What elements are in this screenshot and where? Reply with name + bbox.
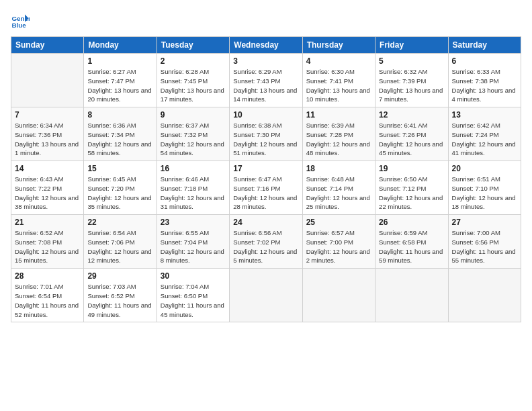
calendar-cell: 23Sunrise: 6:55 AMSunset: 7:04 PMDayligh… (157, 215, 229, 269)
day-info: Sunrise: 6:56 AMSunset: 7:02 PMDaylight:… (233, 228, 298, 265)
calendar-week-row: 21Sunrise: 6:52 AMSunset: 7:08 PMDayligh… (11, 215, 521, 269)
weekday-header: Friday (375, 37, 448, 54)
day-number: 1 (87, 56, 152, 66)
day-number: 27 (452, 218, 517, 227)
day-number: 23 (161, 218, 226, 227)
calendar-cell: 28Sunrise: 7:01 AMSunset: 6:54 PMDayligh… (11, 269, 84, 322)
calendar-cell: 25Sunrise: 6:57 AMSunset: 7:00 PMDayligh… (302, 215, 375, 269)
calendar-cell: 26Sunrise: 6:59 AMSunset: 6:58 PMDayligh… (375, 215, 448, 269)
calendar-cell: 3Sunrise: 6:29 AMSunset: 7:43 PMDaylight… (230, 54, 302, 107)
calendar-cell: 12Sunrise: 6:41 AMSunset: 7:26 PMDayligh… (375, 107, 448, 161)
day-info: Sunrise: 6:37 AMSunset: 7:32 PMDaylight:… (161, 121, 226, 158)
day-info: Sunrise: 7:01 AMSunset: 6:54 PMDaylight:… (15, 282, 80, 319)
day-info: Sunrise: 6:48 AMSunset: 7:14 PMDaylight:… (306, 175, 371, 212)
day-number: 13 (452, 110, 517, 120)
day-info: Sunrise: 6:50 AMSunset: 7:12 PMDaylight:… (379, 175, 444, 212)
logo: General Blue (11, 11, 32, 30)
day-number: 15 (87, 164, 152, 173)
day-info: Sunrise: 6:30 AMSunset: 7:41 PMDaylight:… (306, 67, 371, 104)
weekday-header: Tuesday (157, 37, 229, 54)
calendar-cell: 19Sunrise: 6:50 AMSunset: 7:12 PMDayligh… (375, 161, 448, 215)
weekday-header: Saturday (448, 37, 521, 54)
day-info: Sunrise: 6:34 AMSunset: 7:36 PMDaylight:… (15, 121, 80, 158)
day-info: Sunrise: 6:27 AMSunset: 7:47 PMDaylight:… (87, 67, 152, 104)
day-number: 21 (15, 218, 80, 227)
day-info: Sunrise: 6:36 AMSunset: 7:34 PMDaylight:… (87, 121, 152, 158)
day-number: 30 (161, 271, 226, 281)
day-info: Sunrise: 6:29 AMSunset: 7:43 PMDaylight:… (233, 67, 298, 104)
day-number: 9 (161, 110, 226, 120)
calendar-week-row: 7Sunrise: 6:34 AMSunset: 7:36 PMDaylight… (11, 107, 521, 161)
calendar-cell (375, 269, 448, 322)
day-number: 8 (87, 110, 152, 120)
day-info: Sunrise: 6:39 AMSunset: 7:28 PMDaylight:… (306, 121, 371, 158)
calendar-cell: 8Sunrise: 6:36 AMSunset: 7:34 PMDaylight… (84, 107, 157, 161)
day-number: 4 (306, 56, 371, 66)
day-info: Sunrise: 6:47 AMSunset: 7:16 PMDaylight:… (233, 175, 298, 212)
calendar-cell: 10Sunrise: 6:38 AMSunset: 7:30 PMDayligh… (230, 107, 302, 161)
day-number: 16 (161, 164, 226, 173)
day-info: Sunrise: 6:43 AMSunset: 7:22 PMDaylight:… (15, 175, 80, 212)
day-number: 22 (87, 218, 152, 227)
calendar-cell: 2Sunrise: 6:28 AMSunset: 7:45 PMDaylight… (157, 54, 229, 107)
day-number: 25 (306, 218, 371, 227)
weekday-header: Wednesday (230, 37, 302, 54)
day-info: Sunrise: 6:33 AMSunset: 7:38 PMDaylight:… (452, 67, 517, 104)
header: General Blue (11, 11, 521, 30)
weekday-header: Sunday (11, 37, 84, 54)
calendar-table: SundayMondayTuesdayWednesdayThursdayFrid… (11, 36, 521, 322)
day-info: Sunrise: 6:38 AMSunset: 7:30 PMDaylight:… (233, 121, 298, 158)
day-number: 5 (379, 56, 444, 66)
calendar-cell: 1Sunrise: 6:27 AMSunset: 7:47 PMDaylight… (84, 54, 157, 107)
day-info: Sunrise: 6:45 AMSunset: 7:20 PMDaylight:… (87, 175, 152, 212)
calendar-cell: 9Sunrise: 6:37 AMSunset: 7:32 PMDaylight… (157, 107, 229, 161)
day-info: Sunrise: 7:00 AMSunset: 6:56 PMDaylight:… (452, 228, 517, 265)
day-number: 11 (306, 110, 371, 120)
day-info: Sunrise: 6:42 AMSunset: 7:24 PMDaylight:… (452, 121, 517, 158)
weekday-header: Monday (84, 37, 157, 54)
calendar-cell: 13Sunrise: 6:42 AMSunset: 7:24 PMDayligh… (448, 107, 521, 161)
day-number: 28 (15, 271, 80, 281)
day-info: Sunrise: 7:03 AMSunset: 6:52 PMDaylight:… (87, 282, 152, 319)
calendar-cell: 24Sunrise: 6:56 AMSunset: 7:02 PMDayligh… (230, 215, 302, 269)
calendar-cell (302, 269, 375, 322)
day-number: 29 (87, 271, 152, 281)
day-info: Sunrise: 6:28 AMSunset: 7:45 PMDaylight:… (161, 67, 226, 104)
weekday-header: Thursday (302, 37, 375, 54)
day-info: Sunrise: 6:55 AMSunset: 7:04 PMDaylight:… (161, 228, 226, 265)
day-info: Sunrise: 6:41 AMSunset: 7:26 PMDaylight:… (379, 121, 444, 158)
calendar-cell: 5Sunrise: 6:32 AMSunset: 7:39 PMDaylight… (375, 54, 448, 107)
day-number: 26 (379, 218, 444, 227)
day-number: 7 (15, 110, 80, 120)
day-number: 24 (233, 218, 298, 227)
calendar-cell: 14Sunrise: 6:43 AMSunset: 7:22 PMDayligh… (11, 161, 84, 215)
day-number: 6 (452, 56, 517, 66)
calendar-header-row: SundayMondayTuesdayWednesdayThursdayFrid… (11, 37, 521, 54)
calendar-cell (11, 54, 84, 107)
day-info: Sunrise: 6:32 AMSunset: 7:39 PMDaylight:… (379, 67, 444, 104)
day-info: Sunrise: 6:46 AMSunset: 7:18 PMDaylight:… (161, 175, 226, 212)
day-number: 10 (233, 110, 298, 120)
calendar-cell: 11Sunrise: 6:39 AMSunset: 7:28 PMDayligh… (302, 107, 375, 161)
calendar-cell: 17Sunrise: 6:47 AMSunset: 7:16 PMDayligh… (230, 161, 302, 215)
calendar-cell (448, 269, 521, 322)
day-number: 2 (161, 56, 226, 66)
day-number: 17 (233, 164, 298, 173)
day-info: Sunrise: 6:52 AMSunset: 7:08 PMDaylight:… (15, 228, 80, 265)
day-info: Sunrise: 6:59 AMSunset: 6:58 PMDaylight:… (379, 228, 444, 265)
day-info: Sunrise: 6:54 AMSunset: 7:06 PMDaylight:… (87, 228, 152, 265)
logo-icon: General Blue (11, 11, 30, 30)
svg-text:Blue: Blue (11, 21, 26, 29)
calendar-cell: 27Sunrise: 7:00 AMSunset: 6:56 PMDayligh… (448, 215, 521, 269)
calendar-cell: 22Sunrise: 6:54 AMSunset: 7:06 PMDayligh… (84, 215, 157, 269)
calendar-cell: 30Sunrise: 7:04 AMSunset: 6:50 PMDayligh… (157, 269, 229, 322)
day-info: Sunrise: 6:51 AMSunset: 7:10 PMDaylight:… (452, 175, 517, 212)
day-number: 3 (233, 56, 298, 66)
day-number: 14 (15, 164, 80, 173)
day-number: 12 (379, 110, 444, 120)
calendar-week-row: 28Sunrise: 7:01 AMSunset: 6:54 PMDayligh… (11, 269, 521, 322)
calendar-week-row: 1Sunrise: 6:27 AMSunset: 7:47 PMDaylight… (11, 54, 521, 107)
calendar-cell: 16Sunrise: 6:46 AMSunset: 7:18 PMDayligh… (157, 161, 229, 215)
day-number: 20 (452, 164, 517, 173)
calendar-week-row: 14Sunrise: 6:43 AMSunset: 7:22 PMDayligh… (11, 161, 521, 215)
